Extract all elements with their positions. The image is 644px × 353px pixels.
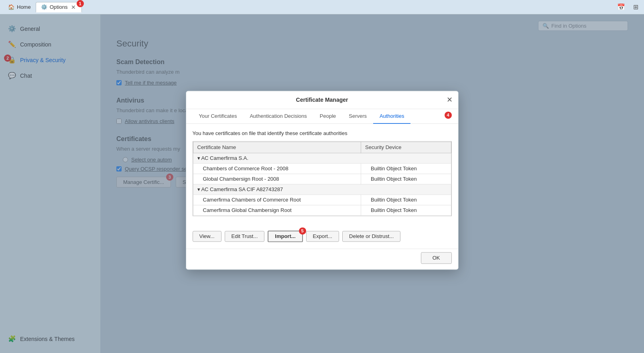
import-btn-wrapper: Import... 5 xyxy=(268,230,303,242)
cert-row[interactable]: Global Chambersign Root - 2008Builtin Ob… xyxy=(193,173,451,184)
home-label: Home xyxy=(17,4,31,10)
modal-header: Certificate Manager ✕ xyxy=(186,91,458,109)
tab-auth-decisions[interactable]: Authentication Decisions xyxy=(243,109,313,124)
options-tab-badge: 1 xyxy=(77,0,84,7)
tab-badge: 4 xyxy=(445,111,452,119)
ok-btn[interactable]: OK xyxy=(421,252,452,264)
calendar-icon-btn[interactable]: 📅 xyxy=(615,2,628,12)
certificate-manager-modal: Certificate Manager ✕ Your Certificates … xyxy=(186,91,459,270)
modal-body: You have certificates on file that ident… xyxy=(186,124,458,227)
title-bar: 🏠 Home ⚙️ Options 1 ✕ 📅 ⊞ xyxy=(0,0,644,14)
cert-table: Certificate Name Security Device ▾ AC Ca… xyxy=(193,141,451,216)
modal-description: You have certificates on file that ident… xyxy=(193,130,452,136)
tab-authorities[interactable]: Authorities xyxy=(373,109,410,124)
col-cert-name: Certificate Name xyxy=(193,141,361,153)
options-tab-label: Options xyxy=(50,4,68,10)
options-tab-close[interactable]: ✕ xyxy=(70,4,77,10)
export-btn[interactable]: Export... xyxy=(306,231,339,242)
import-btn[interactable]: Import... xyxy=(268,230,303,242)
home-icon: 🏠 xyxy=(8,4,14,10)
cert-group-row[interactable]: ▾ AC Camerfirma S.A. xyxy=(193,153,451,163)
modal-action-buttons: View... Edit Trust... Import... 5 Export… xyxy=(186,227,458,248)
edit-trust-btn[interactable]: Edit Trust... xyxy=(225,231,265,242)
view-btn[interactable]: View... xyxy=(193,231,221,242)
tab-people[interactable]: People xyxy=(313,109,342,124)
modal-footer: OK xyxy=(186,248,458,269)
cert-row[interactable]: Camerfirma Chambers of Commerce RootBuil… xyxy=(193,194,451,205)
cert-table-container[interactable]: Certificate Name Security Device ▾ AC Ca… xyxy=(193,141,452,216)
delete-distrust-btn[interactable]: Delete or Distrust... xyxy=(342,231,400,242)
modal-close-btn[interactable]: ✕ xyxy=(447,96,453,103)
col-security-device: Security Device xyxy=(361,141,451,153)
tab-servers[interactable]: Servers xyxy=(342,109,373,124)
tab-your-certs[interactable]: Your Certificates xyxy=(193,109,244,124)
import-btn-badge: 5 xyxy=(299,227,306,234)
layout-icon-btn[interactable]: ⊞ xyxy=(631,2,641,12)
gear-icon: ⚙️ xyxy=(41,4,47,10)
cert-row[interactable]: Chambers of Commerce Root - 2008Builtin … xyxy=(193,163,451,173)
cert-row[interactable]: Camerfirma Global Chambersign RootBuilti… xyxy=(193,205,451,215)
home-tab[interactable]: 🏠 Home xyxy=(3,2,36,12)
title-bar-actions: 📅 ⊞ xyxy=(615,2,641,12)
cert-group-row[interactable]: ▾ AC Camerfirma SA CIF A82743287 xyxy=(193,184,451,194)
modal-tabs: Your Certificates Authentication Decisio… xyxy=(186,109,458,124)
modal-title: Certificate Manager xyxy=(296,97,348,103)
options-tab[interactable]: ⚙️ Options 1 ✕ xyxy=(36,2,82,12)
